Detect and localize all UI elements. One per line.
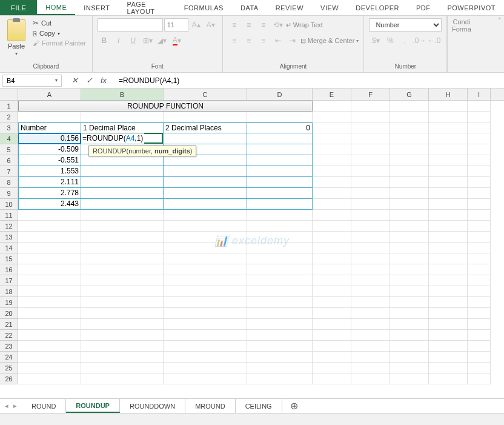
- col-header-i[interactable]: I: [468, 89, 491, 100]
- cell[interactable]: [468, 275, 491, 286]
- row-header-21[interactable]: 21: [0, 319, 18, 330]
- cell[interactable]: [390, 341, 429, 352]
- cell[interactable]: [164, 373, 247, 384]
- collapse-ribbon-icon[interactable]: ˄: [498, 17, 502, 25]
- row-header-18[interactable]: 18: [0, 286, 18, 297]
- cell[interactable]: [81, 199, 164, 210]
- comma-button[interactable]: ,: [398, 34, 411, 47]
- cell[interactable]: [390, 352, 429, 363]
- decrease-indent-button[interactable]: ⇤: [271, 34, 285, 47]
- col-header-h[interactable]: H: [429, 89, 468, 100]
- cell[interactable]: [247, 275, 313, 286]
- row-header-23[interactable]: 23: [0, 341, 18, 352]
- cell[interactable]: [313, 363, 351, 373]
- cell[interactable]: [164, 232, 247, 243]
- cell[interactable]: [429, 177, 468, 188]
- cell[interactable]: [313, 286, 351, 297]
- merge-center-button[interactable]: ⊟Merge & Center▾: [300, 37, 359, 45]
- cell[interactable]: [247, 297, 313, 308]
- cell[interactable]: [164, 112, 247, 122]
- tab-insert[interactable]: INSERT: [75, 0, 118, 15]
- tab-powerpivot[interactable]: POWERPIVOT: [439, 0, 504, 15]
- cell[interactable]: [390, 253, 429, 264]
- cell[interactable]: 2.443: [18, 199, 81, 210]
- cell[interactable]: [18, 264, 81, 275]
- fill-color-button[interactable]: ◢▾: [156, 34, 169, 47]
- orientation-button[interactable]: ⟲▾: [271, 18, 285, 32]
- cell[interactable]: [164, 155, 247, 166]
- cell[interactable]: [468, 112, 491, 122]
- cell[interactable]: [468, 243, 491, 253]
- fx-button[interactable]: fx: [97, 75, 110, 87]
- cell[interactable]: [351, 155, 390, 166]
- cell[interactable]: [390, 243, 429, 253]
- conditional-formatting-button[interactable]: Condi Forma: [447, 16, 475, 72]
- cell[interactable]: [81, 363, 164, 373]
- bold-button[interactable]: B: [98, 34, 111, 47]
- row-header-24[interactable]: 24: [0, 352, 18, 363]
- wrap-text-button[interactable]: ↵Wrap Text: [286, 21, 323, 29]
- cell[interactable]: [351, 122, 390, 133]
- cut-button[interactable]: ✂Cut: [31, 18, 87, 28]
- cell[interactable]: [247, 188, 313, 199]
- cell[interactable]: [164, 341, 247, 352]
- row-header-26[interactable]: 26: [0, 373, 18, 384]
- cell[interactable]: [81, 319, 164, 330]
- cell[interactable]: [429, 133, 468, 144]
- cell[interactable]: [351, 177, 390, 188]
- decrease-font-button[interactable]: A▾: [204, 18, 217, 32]
- cell[interactable]: [247, 253, 313, 264]
- cell[interactable]: [18, 210, 81, 221]
- cell[interactable]: [81, 341, 164, 352]
- cell[interactable]: [18, 308, 81, 319]
- cell[interactable]: [81, 112, 164, 122]
- row-header-3[interactable]: 3: [0, 122, 18, 133]
- cell[interactable]: [351, 166, 390, 177]
- cell[interactable]: [247, 373, 313, 384]
- cell[interactable]: [247, 199, 313, 210]
- cell[interactable]: [429, 243, 468, 253]
- cell[interactable]: [390, 319, 429, 330]
- tab-file[interactable]: FILE: [0, 0, 37, 15]
- sheet-tab-mround[interactable]: MROUND: [185, 399, 236, 413]
- cell[interactable]: [468, 144, 491, 155]
- cell[interactable]: [351, 297, 390, 308]
- row-header-7[interactable]: 7: [0, 166, 18, 177]
- cell[interactable]: [351, 101, 390, 112]
- cell[interactable]: [164, 221, 247, 232]
- format-painter-button[interactable]: 🖌Format Painter: [31, 39, 87, 47]
- cell[interactable]: [390, 133, 429, 144]
- cell[interactable]: [351, 243, 390, 253]
- cell[interactable]: [313, 319, 351, 330]
- row-header-22[interactable]: 22: [0, 330, 18, 341]
- cell[interactable]: [247, 319, 313, 330]
- cell[interactable]: [429, 330, 468, 341]
- cell[interactable]: [81, 330, 164, 341]
- cell[interactable]: [18, 341, 81, 352]
- col-header-f[interactable]: F: [351, 89, 390, 100]
- cell[interactable]: [313, 232, 351, 243]
- cell[interactable]: [81, 275, 164, 286]
- select-all-corner[interactable]: [0, 89, 18, 100]
- cell[interactable]: 1.553: [18, 166, 81, 177]
- cell[interactable]: [81, 221, 164, 232]
- tab-pdf[interactable]: PDF: [408, 0, 439, 15]
- row-header-16[interactable]: 16: [0, 264, 18, 275]
- cell[interactable]: [390, 363, 429, 373]
- cell[interactable]: [390, 264, 429, 275]
- cell[interactable]: [429, 264, 468, 275]
- cell[interactable]: 0.156: [18, 133, 81, 144]
- cell[interactable]: [390, 297, 429, 308]
- row-header-8[interactable]: 8: [0, 177, 18, 188]
- cell[interactable]: [313, 199, 351, 210]
- cell[interactable]: [390, 286, 429, 297]
- cell[interactable]: [351, 144, 390, 155]
- cell[interactable]: [429, 297, 468, 308]
- cell[interactable]: [429, 232, 468, 243]
- cell[interactable]: [81, 308, 164, 319]
- new-sheet-button[interactable]: ⊕: [287, 400, 302, 412]
- cell[interactable]: [351, 221, 390, 232]
- cell[interactable]: [164, 286, 247, 297]
- cell[interactable]: [390, 112, 429, 122]
- cell[interactable]: [81, 373, 164, 384]
